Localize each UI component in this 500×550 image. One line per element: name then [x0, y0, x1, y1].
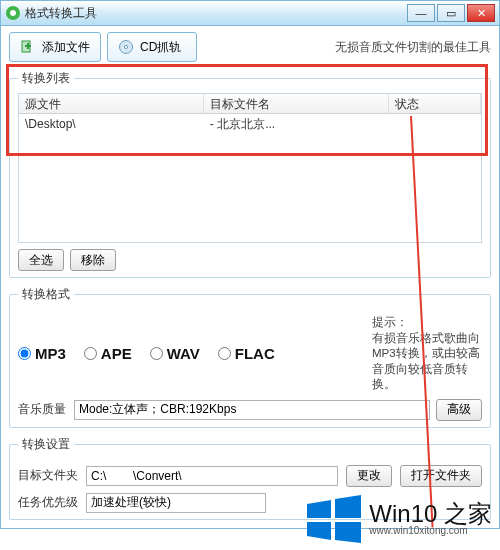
priority-label: 任务优先级 [18, 494, 78, 511]
cell-status [389, 122, 481, 126]
add-files-button[interactable]: 添加文件 [9, 32, 101, 62]
priority-field[interactable] [86, 493, 266, 513]
format-radio-group: MP3 APE WAV FLAC [18, 345, 275, 362]
add-files-icon [20, 39, 36, 55]
watermark-url: www.win10xitong.com [369, 526, 467, 537]
target-folder-label: 目标文件夹 [18, 467, 78, 484]
conversion-list-legend: 转换列表 [18, 70, 74, 87]
target-folder-field[interactable] [86, 466, 338, 486]
radio-ape[interactable]: APE [84, 345, 132, 362]
window-body: 添加文件 CD抓轨 无损音质文件切割的最佳工具 转换列表 源文件 目标文件名 状… [0, 26, 500, 529]
radio-flac-input[interactable] [218, 347, 231, 360]
list-buttons: 全选 移除 [18, 249, 482, 271]
titlebar: 格式转换工具 — ▭ ✕ [0, 0, 500, 26]
col-status[interactable]: 状态 [389, 94, 481, 113]
watermark: Win10 之家 www.win10xitong.com [303, 494, 492, 544]
window-title: 格式转换工具 [25, 5, 405, 22]
format-hint: 提示： 有损音乐格式歌曲向MP3转换，或由较高音质向较低音质转换。 [372, 315, 482, 393]
select-all-button[interactable]: 全选 [18, 249, 64, 271]
add-files-label: 添加文件 [42, 39, 90, 56]
radio-mp3[interactable]: MP3 [18, 345, 66, 362]
col-target[interactable]: 目标文件名 [204, 94, 389, 113]
settings-legend: 转换设置 [18, 436, 74, 453]
cd-grab-label: CD抓轨 [140, 39, 181, 56]
radio-wav-input[interactable] [150, 347, 163, 360]
col-source[interactable]: 源文件 [19, 94, 204, 113]
window-buttons: — ▭ ✕ [405, 4, 495, 22]
remove-button[interactable]: 移除 [70, 249, 116, 271]
cd-icon [118, 39, 134, 55]
maximize-button[interactable]: ▭ [437, 4, 465, 22]
file-table[interactable]: 源文件 目标文件名 状态 \Desktop\ - 北京北京... [18, 93, 482, 243]
format-fieldset: 转换格式 MP3 APE WAV FLAC 提示： 有损音乐格式歌曲向MP3转换… [9, 286, 491, 428]
tagline: 无损音质文件切割的最佳工具 [335, 39, 491, 56]
radio-ape-input[interactable] [84, 347, 97, 360]
table-header: 源文件 目标文件名 状态 [19, 94, 481, 114]
cell-target: - 北京北京... [204, 114, 389, 135]
windows-logo-icon [303, 494, 363, 544]
svg-marker-7 [335, 522, 361, 543]
svg-marker-6 [307, 522, 331, 540]
cell-source: \Desktop\ [19, 115, 204, 133]
cd-grab-button[interactable]: CD抓轨 [107, 32, 197, 62]
conversion-list-fieldset: 转换列表 源文件 目标文件名 状态 \Desktop\ - 北京北京... 全选… [9, 70, 491, 278]
radio-wav[interactable]: WAV [150, 345, 200, 362]
close-button[interactable]: ✕ [467, 4, 495, 22]
app-icon [5, 5, 21, 21]
minimize-button[interactable]: — [407, 4, 435, 22]
radio-flac[interactable]: FLAC [218, 345, 275, 362]
table-row[interactable]: \Desktop\ - 北京北京... [19, 114, 481, 134]
open-folder-button[interactable]: 打开文件夹 [400, 465, 482, 487]
change-folder-button[interactable]: 更改 [346, 465, 392, 487]
format-legend: 转换格式 [18, 286, 74, 303]
quality-label: 音乐质量 [18, 401, 66, 418]
svg-marker-4 [307, 500, 331, 518]
radio-mp3-input[interactable] [18, 347, 31, 360]
svg-marker-5 [335, 495, 361, 518]
quality-field[interactable] [74, 400, 430, 420]
toolbar: 添加文件 CD抓轨 无损音质文件切割的最佳工具 [9, 32, 491, 62]
advanced-button[interactable]: 高级 [436, 399, 482, 421]
svg-point-3 [124, 45, 127, 48]
watermark-brand: Win10 之家 [369, 501, 492, 526]
